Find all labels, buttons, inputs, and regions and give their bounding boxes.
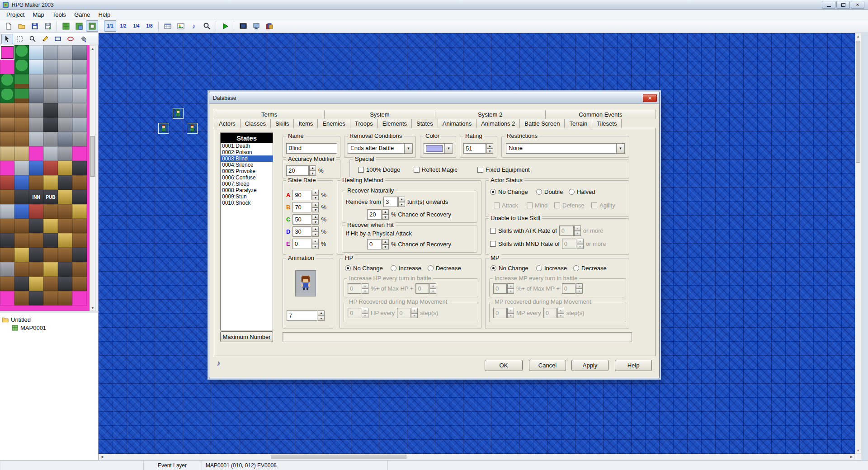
database-button[interactable]	[161, 20, 174, 32]
palette-tile[interactable]	[29, 89, 43, 103]
spin-up-icon[interactable]: ▲	[312, 226, 319, 232]
restrictions-select[interactable]: None ▼	[506, 143, 625, 154]
palette-tile[interactable]	[58, 146, 72, 161]
removal-conditions-select[interactable]: Ends after Battle ▼	[348, 143, 413, 154]
palette-tile[interactable]	[72, 291, 87, 306]
states-list-item[interactable]: 0005:Provoke	[221, 168, 273, 174]
dodge-checkbox[interactable]	[358, 167, 364, 173]
accuracy-value[interactable]: 20	[286, 165, 309, 176]
spin-up-icon[interactable]: ▲	[318, 310, 325, 316]
palette-tile[interactable]	[0, 291, 14, 306]
tree-item-project[interactable]: Untitled	[2, 315, 96, 324]
spin-down-icon[interactable]: ▼	[312, 207, 319, 213]
palette-scrollbar-thumb[interactable]	[90, 136, 95, 177]
palette-tile[interactable]	[43, 60, 58, 74]
recovery-chance-spinner[interactable]: 20▲▼	[367, 209, 389, 220]
palette-tile[interactable]	[43, 132, 58, 146]
mp-no-change-radio[interactable]	[491, 265, 496, 271]
rectangle-tool-button[interactable]	[52, 34, 64, 44]
palette-tile[interactable]	[0, 233, 14, 248]
chevron-down-icon[interactable]: ▼	[404, 144, 412, 153]
spin-down-icon[interactable]: ▼	[318, 316, 325, 321]
states-list-item[interactable]: 0004:Silence	[221, 162, 273, 168]
states-list-item[interactable]: 0010:Shock	[221, 200, 273, 206]
palette-tile[interactable]	[72, 204, 87, 219]
create-game-disk-button[interactable]	[42, 20, 54, 32]
palette-tile[interactable]	[58, 103, 72, 118]
states-list-item[interactable]: 0006:Confuse	[221, 174, 273, 181]
select-area-tool-button[interactable]	[14, 34, 26, 44]
palette-tile[interactable]	[43, 103, 58, 118]
palette-tile[interactable]: INN	[29, 190, 43, 204]
rating-value[interactable]: 51	[463, 143, 486, 154]
mind-flag-checkbox[interactable]	[527, 202, 533, 208]
mp-decrease-radio[interactable]	[573, 265, 579, 271]
apply-button[interactable]: Apply	[571, 360, 609, 371]
palette-tile[interactable]	[0, 74, 14, 89]
options-button[interactable]	[263, 20, 275, 32]
spin-down-icon[interactable]: ▼	[309, 171, 316, 176]
map-event[interactable]	[158, 123, 169, 134]
tab-terms[interactable]: Terms	[214, 110, 325, 119]
palette-tile[interactable]	[29, 45, 43, 60]
palette-tile[interactable]	[72, 118, 87, 132]
palette-tile[interactable]	[29, 277, 43, 291]
spin-down-icon[interactable]: ▼	[507, 313, 514, 319]
tab-terrain[interactable]: Terrain	[564, 119, 592, 128]
palette-tile[interactable]	[0, 103, 14, 118]
palette-tile[interactable]	[14, 132, 29, 146]
rate-b-value[interactable]: 70	[292, 202, 311, 212]
palette-tile[interactable]	[14, 204, 29, 219]
zoom-1-8-button[interactable]: 1/8	[143, 20, 156, 32]
palette-tile[interactable]	[0, 161, 14, 175]
rate-d-spinner[interactable]: 30▲▼	[292, 226, 319, 237]
hp-map-v1-spinner[interactable]: 0▲▼	[348, 308, 368, 318]
mp-battle-v2[interactable]: 0	[562, 283, 576, 294]
palette-tile[interactable]	[0, 204, 14, 219]
palette-tile[interactable]	[29, 118, 43, 132]
spin-up-icon[interactable]: ▲	[312, 202, 319, 207]
palette-tile[interactable]	[72, 146, 87, 161]
palette-tile[interactable]	[72, 175, 87, 190]
spin-up-icon[interactable]: ▲	[576, 283, 583, 289]
attack-flag-checkbox[interactable]	[494, 202, 500, 208]
tab-states[interactable]: States	[411, 119, 438, 128]
palette-tile[interactable]	[14, 233, 29, 248]
mp-battle-v1[interactable]: 0	[493, 283, 507, 294]
palette-tile[interactable]	[43, 262, 58, 277]
palette-tile[interactable]	[72, 190, 87, 204]
tab-enemies[interactable]: Enemies	[317, 119, 350, 128]
minimize-button[interactable]	[822, 1, 835, 9]
tab-common-events[interactable]: Common Events	[545, 110, 656, 119]
mp-battle-v2-spinner[interactable]: 0▲▼	[562, 283, 583, 294]
palette-tile[interactable]: PUB	[43, 190, 58, 204]
palette-tile[interactable]	[29, 60, 43, 74]
dialog-close-button[interactable]: ✕	[643, 94, 657, 102]
spin-down-icon[interactable]: ▼	[312, 232, 319, 237]
mp-battle-v1-spinner[interactable]: 0▲▼	[493, 283, 514, 294]
palette-tile[interactable]	[29, 161, 43, 175]
rate-e-spinner[interactable]: 0▲▼	[292, 239, 319, 249]
remove-turns-spinner[interactable]: 3▲▼	[383, 197, 405, 207]
spin-up-icon[interactable]: ▲	[577, 239, 584, 244]
ellipse-tool-button[interactable]	[65, 34, 76, 44]
palette-tile[interactable]	[43, 45, 58, 60]
palette-tile[interactable]	[14, 219, 29, 233]
hp-battle-v1[interactable]: 0	[348, 283, 361, 294]
rate-a-spinner[interactable]: 90▲▼	[292, 190, 319, 200]
atk-rate-value[interactable]: 0	[559, 226, 574, 236]
hit-chance-value[interactable]: 0	[367, 239, 382, 249]
palette-tile[interactable]	[14, 103, 29, 118]
spin-down-icon[interactable]: ▼	[574, 231, 581, 236]
maximize-button[interactable]	[836, 1, 850, 9]
palette-tile[interactable]	[29, 233, 43, 248]
accuracy-spinner[interactable]: 20 ▲▼	[286, 165, 316, 176]
palette-tile[interactable]	[0, 175, 14, 190]
palette-tile[interactable]	[58, 118, 72, 132]
palette-tile[interactable]	[72, 45, 87, 60]
spin-up-icon[interactable]: ▲	[507, 308, 514, 313]
palette-tile[interactable]	[14, 248, 29, 262]
spin-up-icon[interactable]: ▲	[312, 239, 319, 244]
palette-tile[interactable]	[58, 291, 72, 306]
tileset-palette[interactable]: INNPUB	[0, 45, 90, 311]
